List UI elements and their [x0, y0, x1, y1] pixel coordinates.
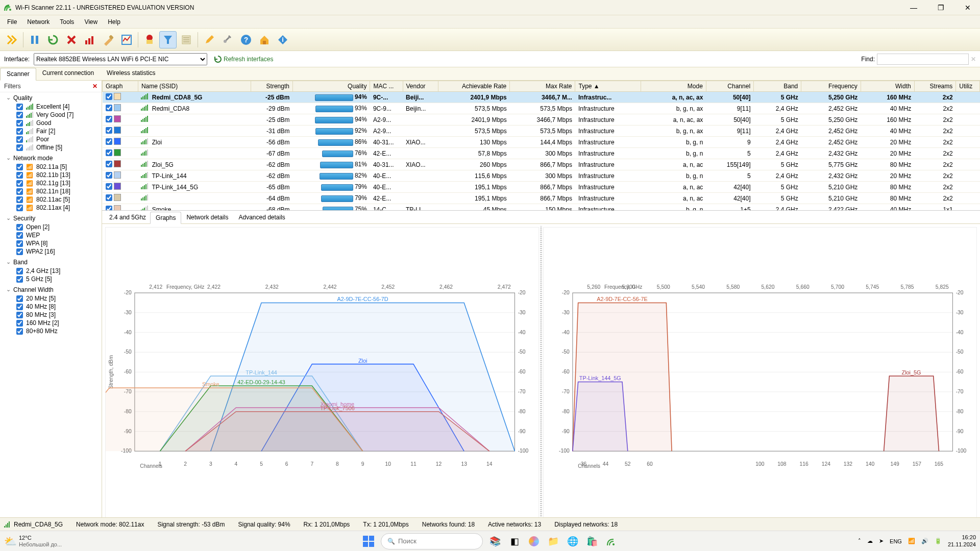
interface-select[interactable]: Realtek 8852BE Wireless LAN WiFi 6 PCI-E…	[34, 53, 207, 65]
col-header[interactable]: Band	[754, 81, 801, 92]
delete-button[interactable]	[63, 31, 80, 48]
filter-group-network-mode[interactable]: Network mode	[2, 154, 100, 163]
table-row[interactable]: Smoke-68 dBm 75%14-C...TP-LI...45 Mbps15…	[103, 204, 980, 211]
filter-item[interactable]: WPA [8]	[2, 239, 100, 247]
filter-item[interactable]: 20 MHz [5]	[2, 294, 100, 303]
edge-icon[interactable]: 🌐	[566, 534, 580, 548]
menu-help[interactable]: Help	[104, 17, 125, 27]
menu-file[interactable]: File	[3, 17, 21, 27]
col-header[interactable]: Type ▲	[575, 81, 641, 92]
table-row[interactable]: TP-Link_144-62 dBm 82%40-E...115,6 Mbps3…	[103, 170, 980, 182]
scan-button[interactable]	[3, 31, 20, 48]
col-header[interactable]: Channel	[706, 81, 753, 92]
col-header[interactable]: Vendor	[403, 81, 438, 92]
refresh-button[interactable]	[44, 31, 62, 48]
start-button[interactable]	[361, 534, 376, 548]
help-button[interactable]: ?	[237, 31, 255, 48]
copilot-icon[interactable]	[527, 534, 541, 548]
close-button[interactable]: ✕	[960, 2, 976, 14]
networks-grid[interactable]: GraphName (SSID)StrengthQualityMAC ...Ve…	[102, 81, 980, 211]
filter-item[interactable]: 40 MHz [8]	[2, 303, 100, 311]
weather-icon[interactable]: ⛅	[4, 535, 17, 547]
filter-item[interactable]: Poor	[2, 135, 100, 143]
filter-item[interactable]: Offline [5]	[2, 143, 100, 152]
explorer-icon[interactable]: 📁	[546, 534, 560, 548]
filter-item[interactable]: 📶802.11a [5]	[2, 163, 100, 171]
info-button[interactable]: i	[274, 31, 291, 48]
filter-item[interactable]: 📶802.11n [18]	[2, 187, 100, 195]
tray-battery-icon[interactable]: 🔋	[935, 538, 942, 544]
filter-item[interactable]: Open [2]	[2, 223, 100, 231]
menu-tools[interactable]: Tools	[56, 17, 78, 27]
store-icon[interactable]: 🛍️	[585, 534, 599, 548]
tray-lang[interactable]: ENG	[890, 538, 902, 544]
table-row[interactable]: Zloi_5G-62 dBm 81%40-31...XIAO...260 Mbp…	[103, 159, 980, 170]
filter-group-band[interactable]: Band	[2, 258, 100, 267]
table-row[interactable]: -67 dBm 76%42-E...57,8 Mbps300 MbpsInfra…	[103, 148, 980, 159]
taskbar-search-input[interactable]	[398, 537, 470, 545]
tab-wireless-statistics[interactable]: Wireless statistics	[101, 67, 162, 80]
edit-button[interactable]	[201, 31, 218, 48]
wifi-scanner-taskbar-icon[interactable]	[604, 534, 619, 548]
task-view-icon[interactable]: ◧	[507, 534, 522, 548]
alert-button[interactable]	[141, 31, 158, 48]
table-row[interactable]: -64 dBm 79%42-E...195,1 Mbps866,7 MbpsIn…	[103, 193, 980, 204]
weather-widget[interactable]: 12°C Небольшой до...	[19, 535, 62, 547]
taskbar-app-1[interactable]: 📚	[488, 534, 502, 548]
refresh-interfaces-link[interactable]: Refresh interfaces	[214, 56, 273, 63]
chart-tab[interactable]: Advanced details	[233, 212, 290, 223]
col-header[interactable]: Strength	[251, 81, 293, 92]
col-header[interactable]: Mode	[641, 81, 706, 92]
tray-onedrive-icon[interactable]: ☁	[867, 538, 873, 544]
find-clear-icon[interactable]: ✕	[971, 56, 976, 63]
filter-item[interactable]: 80+80 MHz	[2, 327, 100, 335]
chart-splitter[interactable]	[540, 226, 542, 529]
col-header[interactable]: Graph	[103, 81, 138, 92]
settings-button[interactable]	[219, 31, 236, 48]
filter-item[interactable]: Good	[2, 119, 100, 127]
filter-item[interactable]: 2,4 GHz [13]	[2, 267, 100, 275]
filters-close-icon[interactable]: ✕	[92, 83, 97, 90]
col-header[interactable]: MAC ...	[370, 81, 403, 92]
filter-button[interactable]	[159, 31, 177, 48]
filter-item[interactable]: 5 GHz [5]	[2, 275, 100, 283]
col-header[interactable]: Utiliz	[956, 81, 980, 92]
filter-item[interactable]: 80 MHz [3]	[2, 311, 100, 319]
tray-volume-icon[interactable]: 🔊	[921, 538, 928, 544]
filter-item[interactable]: WPA2 [16]	[2, 247, 100, 256]
filter-item[interactable]: Fair [2]	[2, 127, 100, 135]
tray-location-icon[interactable]: ➤	[879, 538, 884, 544]
chart-tab[interactable]: Graphs	[150, 212, 181, 224]
filter-group-channel-width[interactable]: Channel Width	[2, 285, 100, 294]
filter-item[interactable]: 160 MHz [2]	[2, 319, 100, 327]
maximize-button[interactable]: ❐	[933, 2, 949, 14]
menu-view[interactable]: View	[80, 17, 102, 27]
col-header[interactable]: Streams	[914, 81, 956, 92]
col-header[interactable]: Width	[861, 81, 914, 92]
clear-button[interactable]	[100, 31, 117, 48]
notes-button[interactable]	[178, 31, 195, 48]
home-button[interactable]	[256, 31, 273, 48]
col-header[interactable]: Quality	[292, 81, 370, 92]
table-row[interactable]: Redmi_CDA8_5G-25 dBm 94%9C-...Beiji...24…	[103, 92, 980, 103]
chart-button[interactable]	[118, 31, 135, 48]
filter-group-quality[interactable]: Quality	[2, 93, 100, 103]
pause-button[interactable]	[26, 31, 43, 48]
filter-item[interactable]: 📶802.11ac [5]	[2, 195, 100, 204]
filter-group-security[interactable]: Security	[2, 214, 100, 223]
menu-network[interactable]: Network	[23, 17, 54, 27]
filter-item[interactable]: 📶802.11g [13]	[2, 179, 100, 187]
tray-chevron-icon[interactable]: ˄	[858, 538, 861, 544]
table-row[interactable]: -31 dBm 92%A2-9...573,5 Mbps573,5 MbpsIn…	[103, 126, 980, 137]
table-row[interactable]: -25 dBm 94%A2-9...2401,9 Mbps3466,7 Mbps…	[103, 114, 980, 126]
filter-item[interactable]: 📶802.11b [13]	[2, 171, 100, 179]
stats-button[interactable]	[81, 31, 99, 48]
find-input[interactable]	[877, 54, 969, 65]
tray-wifi-icon[interactable]: 📶	[908, 538, 915, 544]
col-header[interactable]: Name (SSID)	[138, 81, 251, 92]
tray-clock[interactable]: 16:20 21.11.2024	[948, 534, 976, 547]
table-row[interactable]: TP-Link_144_5G-65 dBm 79%40-E...195,1 Mb…	[103, 182, 980, 193]
table-row[interactable]: Zloi-56 dBm 86%40-31...XIAO...130 Mbps14…	[103, 137, 980, 148]
minimize-button[interactable]: —	[905, 2, 922, 14]
table-row[interactable]: Redmi_CDA8-29 dBm 93%9C-9...Beijin...573…	[103, 103, 980, 114]
